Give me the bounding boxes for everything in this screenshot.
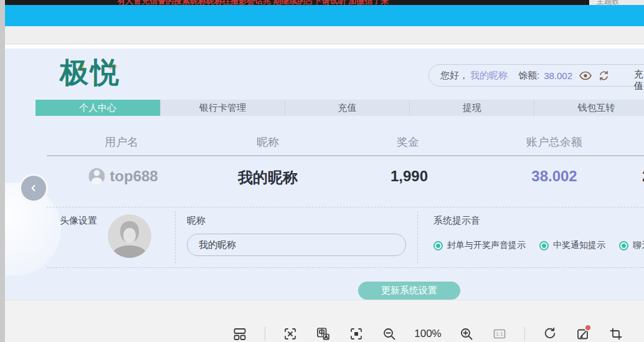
crop-icon[interactable] bbox=[608, 326, 624, 342]
greeting-nickname: 我的昵称 bbox=[470, 70, 508, 82]
rotate-icon[interactable] bbox=[542, 326, 558, 342]
header-nickname: 昵称 bbox=[257, 135, 279, 150]
logo-text: 极悦 bbox=[60, 57, 121, 88]
update-system-settings-button[interactable]: 更新系统设置 bbox=[358, 282, 460, 300]
radio-label: 封单与开奖声音提示 bbox=[447, 240, 526, 251]
download-icon[interactable] bbox=[641, 326, 644, 342]
zoom-level-value[interactable]: 100% bbox=[414, 328, 442, 340]
svg-text:1:1: 1:1 bbox=[496, 331, 503, 337]
avatar-setting-label: 头像设置 bbox=[60, 215, 97, 227]
avatar-shoulders bbox=[113, 245, 146, 258]
greeting-prefix: 您好， bbox=[440, 70, 468, 82]
username-cell: top688 bbox=[88, 168, 158, 185]
radio-option-seal-draw-sound[interactable]: 封单与开奖声音提示 bbox=[433, 240, 526, 251]
greeting-pill: 您好， 我的昵称 馀额: 38.002 bbox=[429, 64, 644, 87]
bonus-value: 1,990 bbox=[391, 168, 428, 185]
balance-label: 馀额: bbox=[518, 70, 539, 82]
dashed-divider-vertical bbox=[175, 211, 176, 264]
window-left-border bbox=[0, 0, 5, 342]
table-divider bbox=[47, 155, 644, 156]
recharge-link[interactable]: 充值 bbox=[634, 69, 644, 92]
nickname-value: 我的昵称 bbox=[238, 168, 298, 188]
toolbar-separator bbox=[265, 327, 265, 341]
tab-bar: 个人中心 银行卡管理 充值 提现 钱包互转 bbox=[36, 100, 644, 116]
titlebar: 有人冒充信誉的搜索昵称昵称往撤影会话兆 期继续的占卜请试听 加微信了来 bbox=[5, 0, 644, 5]
radio-label: 中奖通知提示 bbox=[553, 240, 605, 251]
total-balance-value: 38.002 bbox=[531, 168, 577, 185]
edit-badge-dot bbox=[584, 324, 592, 331]
translate-icon[interactable] bbox=[315, 326, 331, 342]
sound-options-row: 封单与开奖声音提示 中奖通知提示 聊天通知提示 bbox=[433, 240, 644, 251]
header-username: 用户名 bbox=[105, 135, 138, 150]
titlebar-right-segment: 主题数 bbox=[589, 0, 644, 5]
dashed-divider-vertical bbox=[417, 211, 418, 264]
radio-label: 聊天通知提示 bbox=[633, 240, 644, 251]
user-avatar-small bbox=[88, 168, 105, 184]
tab-bank-card[interactable]: 银行卡管理 bbox=[160, 100, 285, 116]
balance-value: 38.002 bbox=[544, 70, 572, 81]
nickname-input[interactable] bbox=[187, 234, 406, 256]
tab-personal-center[interactable]: 个人中心 bbox=[36, 100, 160, 116]
viewer-toolbar-bar: 100% 1:1 bbox=[5, 300, 644, 342]
app-window: 有人冒充信誉的搜索昵称昵称往撤影会话兆 期继续的占卜请试听 加微信了来 主题数 … bbox=[0, 0, 644, 342]
fit-to-screen-icon[interactable] bbox=[348, 326, 364, 342]
refresh-icon[interactable] bbox=[599, 70, 609, 81]
browser-toolbar-strip bbox=[5, 26, 644, 44]
toolbar-separator bbox=[524, 327, 525, 341]
zoom-in-icon[interactable] bbox=[458, 326, 475, 342]
zoom-out-icon[interactable] bbox=[381, 326, 397, 342]
user-center-page: 极悦 您好， 我的昵称 馀额: 38.002 bbox=[5, 49, 644, 300]
radio-selected-icon bbox=[619, 241, 628, 250]
radio-option-win-notice[interactable]: 中奖通知提示 bbox=[539, 240, 605, 251]
eye-icon[interactable] bbox=[579, 71, 592, 80]
chevron-left-icon bbox=[29, 184, 38, 192]
tab-recharge[interactable]: 充值 bbox=[285, 100, 409, 116]
layout-panels-icon[interactable] bbox=[232, 326, 248, 342]
cyan-header-bar bbox=[5, 5, 644, 26]
titlebar-right-text: 主题数 bbox=[597, 0, 619, 5]
account-table-header: 用户名 昵称 奖金 账户总余额 bbox=[5, 135, 644, 150]
collapse-back-button[interactable] bbox=[19, 174, 48, 202]
username-value: top688 bbox=[110, 168, 158, 185]
tab-wallet-transfer[interactable]: 钱包互转 bbox=[534, 100, 644, 116]
avatar-face bbox=[123, 228, 136, 243]
settings-section: 头像设置 昵称 系统提示音 封单与开奖声音提示 中奖通知提示 bbox=[47, 207, 644, 268]
nickname-field-label: 昵称 bbox=[187, 215, 206, 227]
system-sound-label: 系统提示音 bbox=[433, 215, 480, 227]
radio-option-chat-notice[interactable]: 聊天通知提示 bbox=[619, 240, 644, 251]
announcement-text: 有人冒充信誉的搜索昵称昵称往撤影会话兆 期继续的占卜请试听 加微信了来 bbox=[117, 0, 389, 5]
radio-selected-icon bbox=[433, 241, 443, 250]
header-bonus: 奖金 bbox=[397, 135, 419, 150]
header-total-balance: 账户总余额 bbox=[526, 135, 582, 150]
tab-withdraw[interactable]: 提现 bbox=[409, 100, 534, 116]
viewer-toolbar: 100% 1:1 bbox=[232, 326, 644, 342]
site-logo[interactable]: 极悦 bbox=[60, 54, 135, 97]
avatar-image[interactable] bbox=[108, 214, 151, 258]
radio-selected-icon bbox=[539, 241, 549, 250]
edit-icon[interactable] bbox=[575, 326, 591, 342]
ocr-extract-icon[interactable] bbox=[282, 326, 298, 342]
actual-size-icon[interactable]: 1:1 bbox=[491, 326, 508, 342]
table-row: top688 我的昵称 1,990 38.002 2 bbox=[5, 164, 644, 191]
